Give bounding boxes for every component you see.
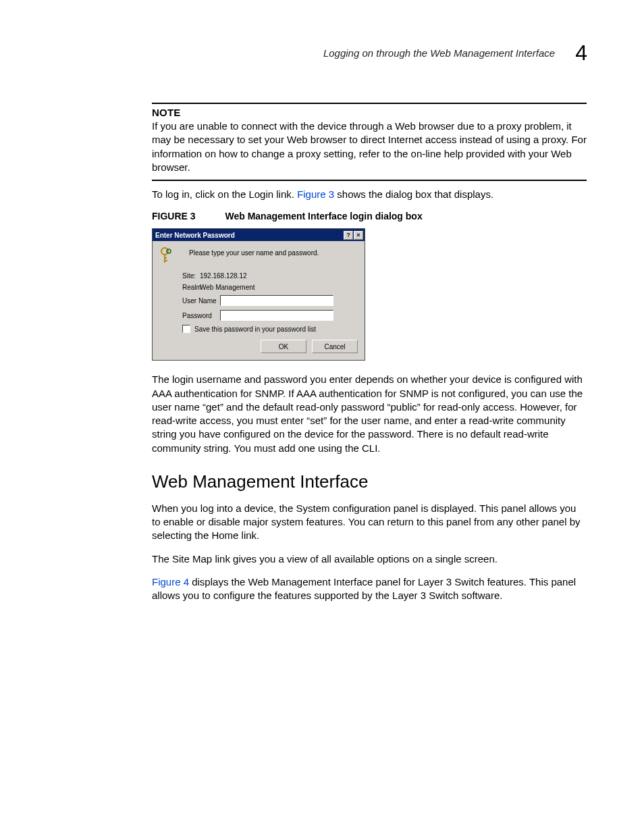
login-dialog: Enter Network Password ? × P [152,228,365,361]
username-label: User Name [159,297,220,305]
note-rule-top [152,103,587,104]
realm-label: Realm [159,284,200,291]
login-intro-pre: To log in, click on the Login link. [152,188,297,200]
dialog-titlebar: Enter Network Password ? × [153,229,365,241]
password-field[interactable] [220,310,333,321]
save-password-checkbox[interactable] [182,325,190,333]
figure-3-title: Web Management Interface login dialog bo… [225,211,422,221]
figure-3-link[interactable]: Figure 3 [297,188,334,200]
save-password-label: Save this password in your password list [194,325,316,333]
figure-3-label: FIGURE 3 [152,211,196,221]
close-icon[interactable]: × [354,231,363,240]
username-field[interactable] [220,295,333,306]
cancel-button[interactable]: Cancel [312,340,358,353]
figure-4-link[interactable]: Figure 4 [152,576,189,588]
key-icon [159,246,174,265]
running-header: Logging on through the Web Management In… [57,41,587,66]
dialog-title: Enter Network Password [155,232,343,239]
section-heading-wmi: Web Management Interface [152,471,587,492]
login-intro-paragraph: To log in, click on the Login link. Figu… [152,188,587,201]
running-header-title: Logging on through the Web Management In… [323,47,555,59]
ok-button[interactable]: OK [261,340,306,353]
wmi-paragraph-1: When you log into a device, the System c… [152,502,587,543]
password-label: Password [159,312,220,319]
dialog-instruction: Please type your user name and password. [189,249,319,257]
realm-value: Web Management [200,284,255,291]
login-intro-post: shows the dialog box that displays. [334,188,493,200]
site-label: Site: [159,272,200,280]
auth-paragraph: The login username and password you ente… [152,373,587,455]
chapter-number: 4 [575,41,587,66]
wmi-paragraph-3-post: displays the Web Management Interface pa… [152,576,576,601]
wmi-paragraph-2: The Site Map link gives you a view of al… [152,552,587,566]
svg-rect-3 [164,260,167,261]
site-value: 192.168.128.12 [200,272,247,280]
wmi-paragraph-3: Figure 4 displays the Web Management Int… [152,575,587,603]
figure-3-caption: FIGURE 3 Web Management Interface login … [152,211,587,221]
note-text: If you are unable to connect with the de… [152,120,587,174]
note-rule-bottom [152,180,587,181]
note-label: NOTE [152,107,587,118]
svg-rect-4 [164,257,167,259]
help-icon[interactable]: ? [344,231,353,240]
